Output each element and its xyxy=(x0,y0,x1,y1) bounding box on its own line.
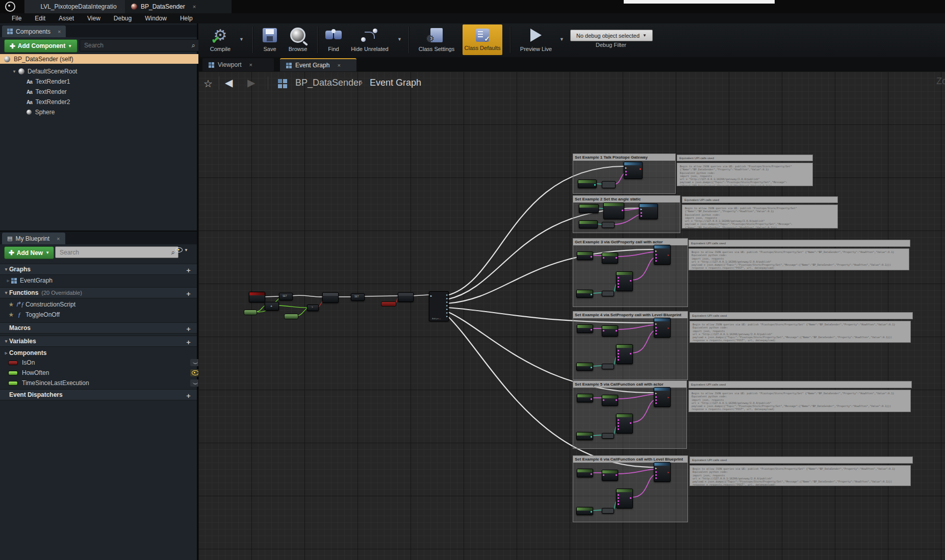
myblueprint-search-input[interactable] xyxy=(59,248,171,257)
add-macro-button[interactable]: ＋ xyxy=(185,324,192,334)
section-functions[interactable]: ▾Functions (20 Overridable) ＋ xyxy=(0,287,197,298)
components-row-sphere[interactable]: Sphere xyxy=(0,107,223,117)
desc-comment-title-2[interactable]: Equivalent UPI calls used xyxy=(682,196,838,203)
node-var-2b[interactable] xyxy=(579,220,598,228)
components-row-textrender2[interactable]: Aa TextRender2 xyxy=(0,97,223,107)
add-new-button[interactable]: ✚Add New▼ xyxy=(4,246,54,259)
components-search[interactable]: ⌕ xyxy=(80,39,199,52)
desc-comment-title-3[interactable]: Equivalent UPI calls used xyxy=(688,240,910,247)
section-graphs[interactable]: ▾Graphs ＋ xyxy=(0,264,197,275)
node-set-1[interactable]: SET xyxy=(279,293,293,300)
add-component-button[interactable]: ✚Add Component▼ xyxy=(4,39,78,53)
tab-close-icon[interactable]: × xyxy=(193,4,196,10)
node-greater-than[interactable]: > xyxy=(307,304,319,311)
comment-title[interactable]: Set Example 6 via CallFunction call with… xyxy=(573,456,687,463)
add-graph-button[interactable]: ＋ xyxy=(185,266,192,275)
menu-file[interactable]: File xyxy=(5,13,28,23)
node-var-green[interactable] xyxy=(284,314,298,319)
expander-icon[interactable]: ▹ xyxy=(3,350,9,355)
tab-close-icon[interactable]: × xyxy=(337,62,340,68)
preview-live-caret[interactable]: ▼ xyxy=(559,37,564,42)
add-function-button[interactable]: ＋ xyxy=(185,289,192,298)
comment-title[interactable]: Set Example 4 via SetProperty call with … xyxy=(573,312,687,318)
components-row-scene-root[interactable]: ▾ DefaultSceneRoot xyxy=(0,66,208,77)
node-var-6a[interactable] xyxy=(577,469,593,477)
row-toggleonoff[interactable]: ★ ƒ ToggleOnOff xyxy=(0,310,204,320)
row-variables-group-components[interactable]: ▹Components xyxy=(0,348,200,358)
node-var-4c[interactable] xyxy=(576,363,593,371)
class-defaults-button[interactable]: Class Defaults xyxy=(463,24,502,55)
node-convert-6[interactable] xyxy=(602,508,614,514)
node-4b[interactable] xyxy=(602,325,618,337)
comment-title[interactable]: Set Example 1 Talk Pixotope Gateway xyxy=(573,154,675,161)
browse-button[interactable]: Browse xyxy=(283,26,313,52)
tab-components[interactable]: Components × xyxy=(2,26,66,37)
desc-comment-title-6[interactable]: Equivalent UPI calls used xyxy=(689,456,913,464)
node-var-bool[interactable] xyxy=(381,301,396,307)
node-branch[interactable] xyxy=(322,292,339,303)
class-settings-button[interactable]: Class Settings xyxy=(414,26,459,52)
tab-close-icon[interactable]: × xyxy=(57,236,60,242)
desc-comment-title-5[interactable]: Equivalent UPI calls used xyxy=(688,381,912,388)
tab-close-icon[interactable]: × xyxy=(58,29,61,35)
node-add-float[interactable]: + xyxy=(265,302,279,311)
myblueprint-search[interactable]: ⌕ xyxy=(55,246,178,258)
section-macros[interactable]: Macros ＋ xyxy=(0,322,197,334)
components-row-textrender[interactable]: Aa TextRender xyxy=(0,87,223,97)
comment-title[interactable]: Set Example 2 Set the angle static xyxy=(573,196,680,202)
add-dispatcher-button[interactable]: ＋ xyxy=(185,391,192,400)
node-convert-3[interactable] xyxy=(602,291,614,296)
node-var-5c[interactable] xyxy=(576,432,593,440)
tab-event-graph[interactable]: Event Graph × xyxy=(280,58,356,71)
node-gateway-call-6[interactable]: ▸ ▸ xyxy=(654,462,671,482)
hide-unrelated-button[interactable]: Hide Unrelated xyxy=(346,26,393,52)
node-convert-2[interactable] xyxy=(602,222,615,228)
node-gateway-call-5[interactable]: ▸ ▸ xyxy=(654,387,671,407)
visibility-filter-button[interactable]: ▼ xyxy=(175,247,188,252)
node-convert-5[interactable] xyxy=(602,433,614,439)
row-constructionscript[interactable]: ★ ↱ƒ ConstructionScript xyxy=(0,299,204,310)
preview-live-button[interactable]: Preview Live xyxy=(516,26,556,52)
asset-tab-level[interactable]: LVL_PixotopeDataIntegratio xyxy=(24,0,133,13)
compile-button[interactable]: ⚙✔ Compile xyxy=(205,26,236,52)
row-var-ison[interactable]: IsOn xyxy=(0,358,205,368)
node-var-5a[interactable] xyxy=(577,394,593,402)
tab-viewport[interactable]: Viewport × xyxy=(202,58,274,71)
node-var-1[interactable] xyxy=(578,180,597,188)
menu-window[interactable]: Window xyxy=(138,13,173,23)
menu-view[interactable]: View xyxy=(81,13,107,23)
section-event-dispatchers[interactable]: Event Dispatchers ＋ xyxy=(0,389,197,400)
expander-icon[interactable]: ▹ xyxy=(5,278,11,283)
node-3b[interactable] xyxy=(602,252,618,264)
node-convert-4[interactable] xyxy=(602,364,614,369)
row-var-timesincelastexecution[interactable]: TimeSinceLastExecution xyxy=(0,378,205,388)
node-gateway-call-4[interactable]: ▸ ▸ xyxy=(654,318,671,338)
desc-comment-title-1[interactable]: Equivalent UPI calls used xyxy=(677,155,813,161)
tab-close-icon[interactable]: × xyxy=(249,62,252,68)
menu-asset[interactable]: Asset xyxy=(52,13,81,23)
node-event-tick[interactable] xyxy=(249,292,265,302)
asset-tab-bp-datasender[interactable]: BP_DataSender × xyxy=(125,0,232,14)
menu-debug[interactable]: Debug xyxy=(107,13,138,23)
node-var-6c[interactable] xyxy=(576,507,593,515)
node-make-payload-6[interactable] xyxy=(616,489,633,508)
save-button[interactable]: Save xyxy=(258,26,282,52)
menu-help[interactable]: Help xyxy=(173,13,199,23)
components-row-textrender1[interactable]: Aa TextRender1 xyxy=(0,77,223,87)
find-button[interactable]: Find xyxy=(322,26,345,52)
node-gateway-call-2[interactable]: ▸ xyxy=(639,203,658,219)
node-make-payload-4[interactable] xyxy=(616,344,633,364)
comment-title[interactable]: Get Example 3 via GetProperty call with … xyxy=(573,239,687,245)
node-var-3a[interactable] xyxy=(577,251,593,260)
tab-my-blueprint[interactable]: ▤ My Blueprint × xyxy=(2,233,65,244)
node-var-4a[interactable] xyxy=(577,324,593,333)
node-5b[interactable] xyxy=(602,395,618,406)
row-var-howoften[interactable]: HowOften xyxy=(0,368,205,378)
row-eventgraph[interactable]: ▹ EventGraph xyxy=(0,275,202,286)
node-make-2[interactable] xyxy=(603,202,624,219)
node-set-3[interactable] xyxy=(398,292,414,302)
add-variable-button[interactable]: ＋ xyxy=(185,338,192,347)
components-search-input[interactable] xyxy=(83,41,192,49)
node-var-3c[interactable] xyxy=(576,290,593,298)
node-gateway-call-3[interactable]: ▸ ▸ xyxy=(654,245,671,265)
